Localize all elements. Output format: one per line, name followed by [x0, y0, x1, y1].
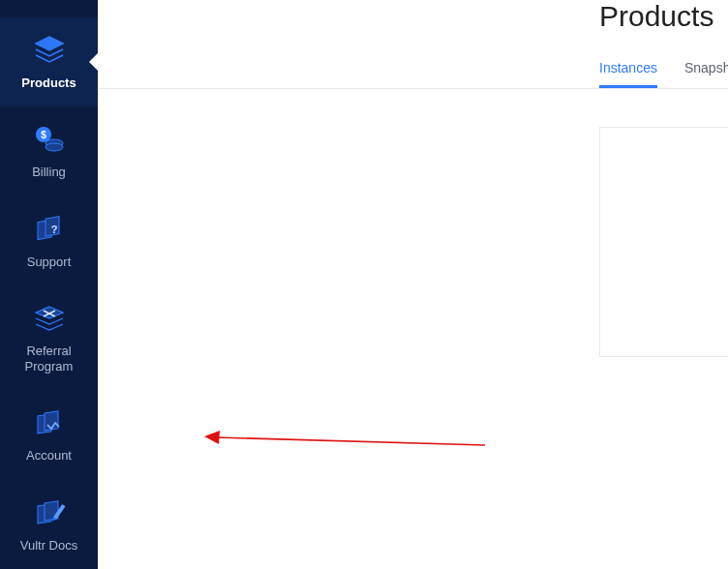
support-icon: ?: [4, 210, 94, 249]
referral-icon: [4, 299, 94, 338]
svg-marker-19: [204, 431, 220, 444]
sidebar-item-products[interactable]: Products: [0, 17, 98, 106]
sidebar-item-support[interactable]: ? Support: [0, 196, 98, 285]
sidebar-item-label: Referral Program: [4, 344, 94, 375]
products-icon: [4, 31, 94, 70]
main-content: Products Instances Snapshots ISOs Sc: [98, 0, 728, 569]
billing-icon: $: [4, 120, 94, 159]
sidebar-item-vultr-docs[interactable]: Vultr Docs: [0, 480, 98, 569]
annotation-arrow: [204, 426, 495, 464]
sidebar-item-billing[interactable]: $ Billing: [0, 106, 98, 195]
svg-line-18: [216, 437, 485, 445]
tab-label: Instances: [599, 60, 657, 75]
sidebar-item-referral-program[interactable]: Referral Program: [0, 285, 98, 391]
sidebar-item-label: Account: [4, 448, 94, 464]
svg-point-3: [46, 143, 63, 151]
svg-marker-1: [36, 37, 63, 50]
app-root: Products $ Billing: [0, 0, 728, 569]
sidebar-item-label: Billing: [4, 165, 94, 180]
svg-text:$: $: [41, 130, 46, 140]
sidebar-item-label: Support: [4, 255, 94, 270]
content-panel: [599, 127, 728, 357]
tab-instances[interactable]: Instances: [599, 60, 657, 88]
account-icon: [4, 404, 94, 442]
page-title: Products: [599, 0, 713, 33]
tab-label: Snapshots: [684, 60, 728, 75]
sidebar-item-account[interactable]: Account: [0, 390, 98, 479]
svg-text:?: ?: [50, 224, 57, 235]
tabs: Instances Snapshots ISOs Sc: [599, 60, 728, 88]
svg-marker-9: [36, 307, 63, 318]
sidebar-item-label: Products: [4, 75, 94, 91]
tab-snapshots[interactable]: Snapshots: [684, 60, 728, 88]
sidebar-item-label: Vultr Docs: [4, 538, 94, 554]
header-divider: [98, 88, 728, 89]
docs-icon: [4, 494, 94, 532]
sidebar: Products $ Billing: [0, 0, 98, 569]
